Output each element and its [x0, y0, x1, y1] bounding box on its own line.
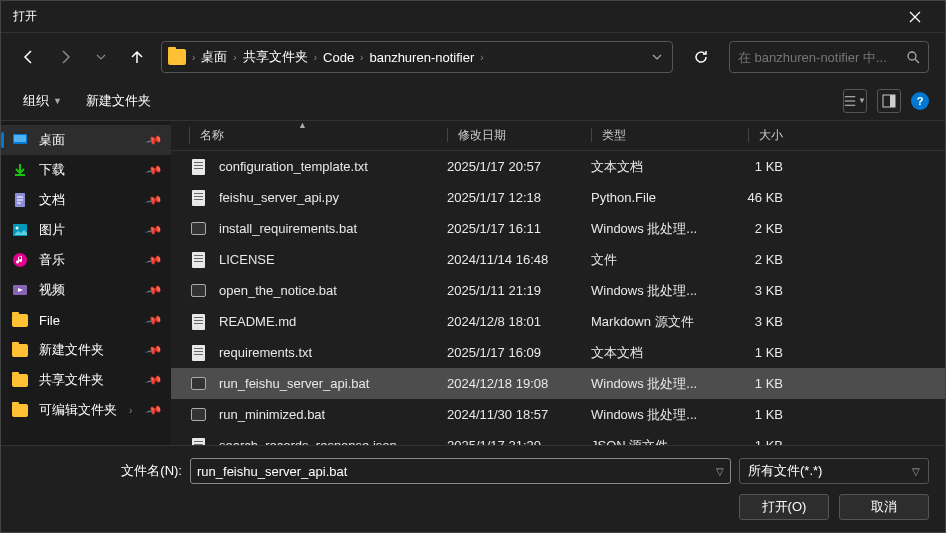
- file-type: 文本文档: [591, 344, 721, 362]
- folder-icon: [11, 371, 29, 389]
- new-folder-button[interactable]: 新建文件夹: [80, 88, 157, 114]
- file-row[interactable]: README.md 2024/12/8 18:01 Markdown 源文件 3…: [171, 306, 945, 337]
- file-type: JSON 源文件: [591, 437, 721, 446]
- pin-icon: 📌: [145, 191, 164, 209]
- cancel-button[interactable]: 取消: [839, 494, 929, 520]
- sidebar-item-File[interactable]: File 📌: [1, 305, 171, 335]
- pin-icon: 📌: [145, 401, 164, 419]
- file-type: Windows 批处理...: [591, 282, 721, 300]
- chevron-right-icon: ›: [129, 405, 132, 416]
- sort-indicator-icon: ▲: [298, 121, 307, 130]
- document-icon: [11, 191, 29, 209]
- file-name: run_minimized.bat: [219, 407, 325, 422]
- file-type: Windows 批处理...: [591, 375, 721, 393]
- breadcrumb-item[interactable]: banzhuren-notifier: [369, 50, 474, 65]
- sidebar-item-可编辑文件夹[interactable]: 可编辑文件夹 › 📌: [1, 395, 171, 425]
- toolbar: 组织▼ 新建文件夹 ▼ ?: [1, 81, 945, 121]
- search-input[interactable]: [738, 50, 906, 65]
- pin-icon: 📌: [145, 251, 164, 269]
- breadcrumb-item[interactable]: 桌面: [201, 48, 227, 66]
- forward-button[interactable]: [53, 45, 77, 69]
- file-name: LICENSE: [219, 252, 275, 267]
- file-icon: [189, 282, 207, 300]
- open-button[interactable]: 打开(O): [739, 494, 829, 520]
- filename-field[interactable]: ▽: [190, 458, 731, 484]
- file-row[interactable]: install_requirements.bat 2025/1/17 16:11…: [171, 213, 945, 244]
- file-icon: [189, 189, 207, 207]
- sidebar-item-label: File: [39, 313, 60, 328]
- svg-point-0: [908, 52, 916, 60]
- help-button[interactable]: ?: [911, 92, 929, 110]
- breadcrumb[interactable]: › 桌面 › 共享文件夹 › Code › banzhuren-notifier…: [161, 41, 673, 73]
- chevron-down-icon[interactable]: [648, 48, 666, 66]
- close-button[interactable]: [893, 1, 937, 32]
- file-date: 2025/1/17 21:30: [447, 438, 591, 445]
- pin-icon: 📌: [145, 161, 164, 179]
- preview-button[interactable]: [877, 89, 901, 113]
- sidebar-item-音乐[interactable]: 音乐 📌: [1, 245, 171, 275]
- chevron-down-icon: ▼: [53, 96, 62, 106]
- file-size: 2 KB: [721, 221, 791, 236]
- file-size: 1 KB: [721, 407, 791, 422]
- sidebar-item-label: 共享文件夹: [39, 371, 104, 389]
- pin-icon: 📌: [145, 131, 164, 149]
- file-icon: [189, 313, 207, 331]
- organize-button[interactable]: 组织▼: [17, 88, 68, 114]
- sidebar-item-共享文件夹[interactable]: 共享文件夹 📌: [1, 365, 171, 395]
- file-list-body[interactable]: configuration_template.txt 2025/1/17 20:…: [171, 151, 945, 445]
- file-row[interactable]: open_the_notice.bat 2025/1/11 21:19 Wind…: [171, 275, 945, 306]
- chevron-right-icon: ›: [480, 52, 483, 63]
- column-header-date[interactable]: 修改日期: [447, 127, 591, 144]
- file-date: 2024/11/30 18:57: [447, 407, 591, 422]
- sidebar-item-桌面[interactable]: 桌面 📌: [1, 125, 171, 155]
- chevron-down-icon: ▽: [912, 466, 920, 477]
- sidebar-item-label: 桌面: [39, 131, 65, 149]
- recent-dropdown[interactable]: [89, 45, 113, 69]
- folder-icon: [11, 401, 29, 419]
- breadcrumb-item[interactable]: Code: [323, 50, 354, 65]
- file-type-filter[interactable]: 所有文件(*.*) ▽: [739, 458, 929, 484]
- file-row[interactable]: run_feishu_server_api.bat 2024/12/18 19:…: [171, 368, 945, 399]
- up-button[interactable]: [125, 45, 149, 69]
- file-name: requirements.txt: [219, 345, 312, 360]
- content: 桌面 📌 下载 📌 文档 📌 图片 📌 音乐 📌 视频 📌 File 📌 新建文…: [1, 121, 945, 445]
- file-size: 3 KB: [721, 314, 791, 329]
- file-size: 1 KB: [721, 438, 791, 445]
- folder-icon: [11, 311, 29, 329]
- column-header-size[interactable]: 大小: [721, 127, 791, 144]
- refresh-button[interactable]: [685, 41, 717, 73]
- open-dialog: 打开 › 桌面 › 共享文件夹 › Code › banzhuren-notif…: [0, 0, 946, 533]
- file-row[interactable]: requirements.txt 2025/1/17 16:09 文本文档 1 …: [171, 337, 945, 368]
- file-row[interactable]: LICENSE 2024/11/14 16:48 文件 2 KB: [171, 244, 945, 275]
- search-box[interactable]: [729, 41, 929, 73]
- sidebar-item-新建文件夹[interactable]: 新建文件夹 📌: [1, 335, 171, 365]
- file-type: Windows 批处理...: [591, 406, 721, 424]
- file-date: 2025/1/11 21:19: [447, 283, 591, 298]
- column-header-type[interactable]: 类型: [591, 127, 721, 144]
- sidebar-item-label: 下载: [39, 161, 65, 179]
- file-type: Markdown 源文件: [591, 313, 721, 331]
- file-icon: [189, 437, 207, 446]
- back-button[interactable]: [17, 45, 41, 69]
- window-title: 打开: [9, 8, 893, 25]
- sidebar-item-label: 文档: [39, 191, 65, 209]
- file-row[interactable]: run_minimized.bat 2024/11/30 18:57 Windo…: [171, 399, 945, 430]
- folder-icon: [11, 341, 29, 359]
- sidebar-item-图片[interactable]: 图片 📌: [1, 215, 171, 245]
- file-row[interactable]: search_records_response.json 2025/1/17 2…: [171, 430, 945, 445]
- file-name: configuration_template.txt: [219, 159, 368, 174]
- file-row[interactable]: feishu_server_api.py 2025/1/17 12:18 Pyt…: [171, 182, 945, 213]
- folder-icon: [168, 49, 186, 65]
- file-row[interactable]: configuration_template.txt 2025/1/17 20:…: [171, 151, 945, 182]
- file-name: open_the_notice.bat: [219, 283, 337, 298]
- sidebar-item-文档[interactable]: 文档 📌: [1, 185, 171, 215]
- sidebar-item-视频[interactable]: 视频 📌: [1, 275, 171, 305]
- filename-input[interactable]: [197, 464, 716, 479]
- column-header-name[interactable]: 名称: [189, 127, 447, 144]
- breadcrumb-item[interactable]: 共享文件夹: [243, 48, 308, 66]
- chevron-down-icon[interactable]: ▽: [716, 466, 724, 477]
- view-button[interactable]: ▼: [843, 89, 867, 113]
- desktop-icon: [11, 131, 29, 149]
- file-list: ▲ 名称 修改日期 类型 大小 configuration_template.t…: [171, 121, 945, 445]
- sidebar-item-下载[interactable]: 下载 📌: [1, 155, 171, 185]
